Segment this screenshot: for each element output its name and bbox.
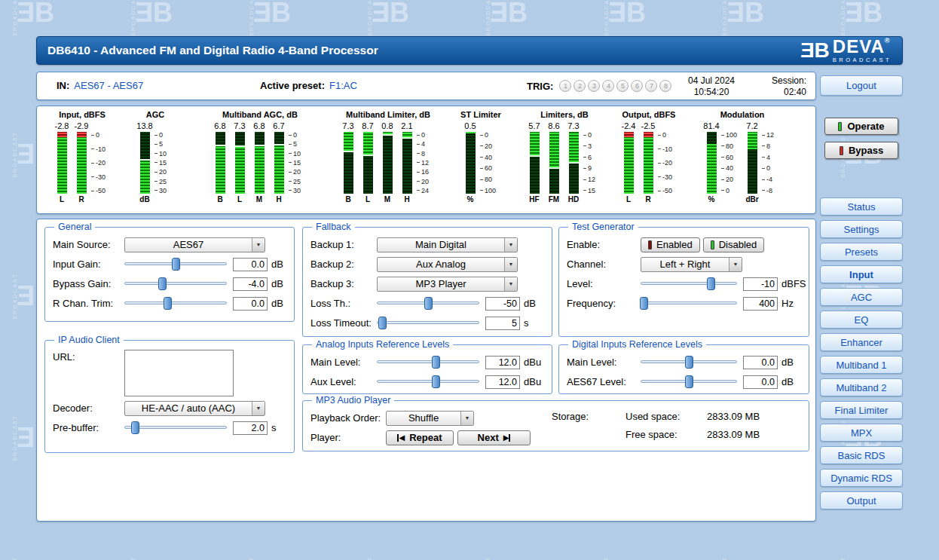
test-generator-disabled-button[interactable]: Disabled — [703, 237, 765, 252]
slider-thumb[interactable] — [164, 297, 172, 310]
url-input[interactable] — [124, 350, 234, 396]
frequency-value[interactable] — [743, 297, 778, 311]
slider-thumb[interactable] — [432, 356, 440, 369]
sidebar-item-presets[interactable]: Presets — [820, 243, 903, 261]
slider-thumb[interactable] — [424, 297, 433, 310]
sidebar-item-output[interactable]: Output — [820, 491, 903, 510]
slider-track — [124, 301, 227, 304]
decoder-select[interactable]: HE-AAC / auto (AAC) ▼ — [124, 401, 265, 416]
sidebar-item-multiband-2[interactable]: Multiband 2 — [820, 378, 903, 396]
slider-thumb[interactable] — [640, 297, 648, 310]
meter-value: -2.4 — [622, 121, 636, 132]
meter-bar-r — [644, 132, 653, 194]
meter-bar-db — [140, 132, 150, 194]
slider-track — [377, 380, 479, 383]
r-chan-trim-slider[interactable] — [124, 297, 227, 310]
meter-value: 2.1 — [401, 121, 412, 132]
meter-bar-label: HD — [568, 194, 579, 204]
frequency-label: Frequency: — [567, 298, 641, 309]
trig-button-6[interactable]: 6 — [631, 80, 643, 92]
pre-buffer-value[interactable] — [233, 421, 268, 435]
watermark-logo: BROADCASTEB — [367, 0, 407, 36]
next-button[interactable]: Next ▶ — [457, 430, 531, 445]
sidebar-item-enhancer[interactable]: Enhancer — [820, 333, 903, 351]
trig-button-8[interactable]: 8 — [659, 80, 671, 92]
slider-thumb[interactable] — [685, 375, 693, 388]
bypass-button[interactable]: Bypass — [824, 142, 898, 159]
loss-timeout-value[interactable] — [485, 317, 520, 330]
level-value[interactable] — [743, 277, 778, 291]
digital-main-level-slider[interactable] — [641, 356, 737, 369]
channel-select[interactable]: Left + Right ▼ — [641, 257, 742, 272]
meter-group-st-limiter: ST Limiter0.5%020406080100 — [460, 110, 501, 204]
input-source-value: AES67 - AES67 — [74, 80, 143, 91]
sidebar-item-agc[interactable]: AGC — [820, 288, 903, 306]
slider-track — [641, 282, 737, 285]
slider-thumb[interactable] — [131, 421, 139, 434]
sidebar-item-multiband-1[interactable]: Multiband 1 — [820, 356, 903, 374]
meter-group-modulation: Modulation81.4%1008060402007.2dBr12840-4… — [702, 110, 783, 204]
meter-value: 8.6 — [548, 121, 559, 132]
test-generator-enabled-button[interactable]: Enabled — [641, 237, 700, 252]
sidebar-item-dynamic-rds[interactable]: Dynamic RDS — [820, 469, 903, 487]
slider-thumb[interactable] — [432, 375, 440, 388]
backup3-select[interactable]: MP3 Player ▼ — [377, 277, 518, 292]
frequency-slider[interactable] — [641, 297, 737, 310]
level-slider[interactable] — [641, 277, 737, 290]
aux-level-slider[interactable] — [377, 375, 479, 388]
slider-thumb[interactable] — [685, 356, 693, 369]
slider-thumb[interactable] — [378, 317, 387, 329]
decoder-label: Decoder: — [53, 402, 124, 414]
sidebar-item-eq[interactable]: EQ — [820, 311, 903, 329]
sidebar-item-status[interactable]: Status — [820, 197, 903, 216]
analog-main-level-unit: dBu — [524, 357, 541, 368]
trig-button-7[interactable]: 7 — [645, 80, 657, 92]
sidebar-item-settings[interactable]: Settings — [820, 220, 903, 238]
r-chan-trim-value[interactable] — [233, 297, 268, 311]
pre-buffer-slider[interactable] — [124, 421, 227, 434]
analog-main-level-slider[interactable] — [377, 356, 479, 369]
trig-button-4[interactable]: 4 — [602, 80, 614, 92]
loss-th-slider[interactable] — [377, 297, 479, 310]
trig-button-5[interactable]: 5 — [616, 80, 629, 92]
sidebar-item-mpx[interactable]: MPX — [820, 424, 903, 442]
meter-value: 7.2 — [746, 121, 757, 132]
playback-order-select[interactable]: Shuffle ▼ — [386, 411, 474, 426]
test-generator-panel: Test Generator Enable: Enabled Disabled … — [558, 227, 809, 337]
repeat-button[interactable]: ◀ Repeat — [386, 430, 454, 445]
backup1-select[interactable]: Main Digital ▼ — [377, 237, 518, 252]
aes67-level-value[interactable] — [743, 375, 778, 389]
digital-main-level-value[interactable] — [743, 356, 778, 369]
sidebar-item-basic-rds[interactable]: Basic RDS — [820, 446, 903, 464]
chevron-down-icon: ▼ — [252, 238, 265, 252]
url-label: URL: — [53, 350, 124, 363]
frequency-unit: Hz — [781, 298, 794, 309]
meter-value: 7.3 — [234, 121, 245, 132]
bypass-gain-slider[interactable] — [124, 277, 227, 290]
main-source-label: Main Source: — [53, 239, 124, 250]
trig-button-1[interactable]: 1 — [559, 80, 571, 92]
active-preset: Active preset: F1:AC — [260, 80, 357, 91]
backup2-select[interactable]: Aux Analog ▼ — [377, 257, 518, 272]
loss-timeout-slider[interactable] — [377, 317, 479, 329]
sidebar-item-input[interactable]: Input — [820, 265, 903, 283]
slider-thumb[interactable] — [158, 277, 167, 290]
slider-thumb[interactable] — [707, 277, 715, 290]
red-led-icon — [840, 146, 843, 155]
loss-th-value[interactable] — [485, 297, 520, 311]
input-gain-value[interactable] — [233, 258, 268, 271]
slider-thumb[interactable] — [172, 258, 180, 271]
meter-bar-dbr — [748, 132, 757, 194]
bypass-gain-value[interactable] — [233, 277, 268, 291]
trig-button-3[interactable]: 3 — [588, 80, 600, 92]
operate-button[interactable]: Operate — [824, 118, 898, 135]
analog-main-level-value[interactable] — [485, 356, 520, 369]
logout-button[interactable]: Logout — [820, 75, 903, 96]
trig-button-2[interactable]: 2 — [573, 80, 586, 92]
aes67-level-slider[interactable] — [641, 375, 737, 388]
sidebar-item-final-limiter[interactable]: Final Limiter — [820, 401, 903, 419]
input-gain-slider[interactable] — [124, 258, 227, 271]
watermark-logo: BROADCASTEB — [485, 0, 525, 36]
aux-level-value[interactable] — [485, 375, 520, 389]
main-source-select[interactable]: AES67 ▼ — [124, 237, 265, 252]
